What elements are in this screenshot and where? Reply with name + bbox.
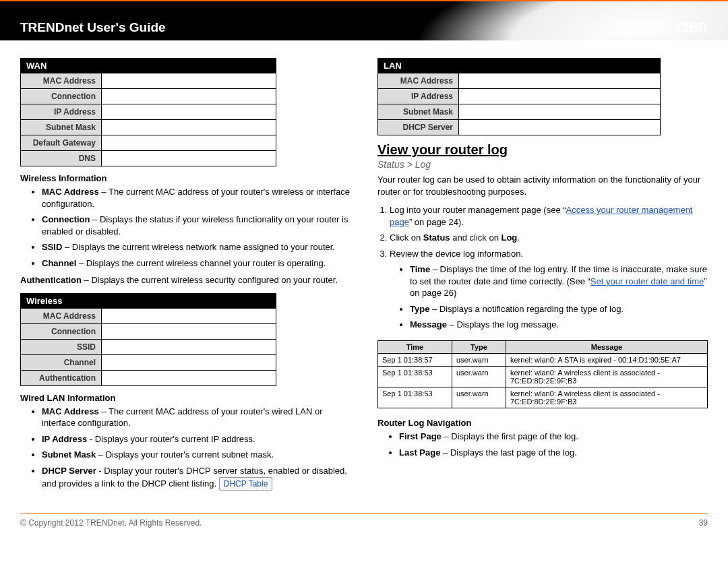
table-row-value [459, 120, 661, 135]
list-item-label: IP Address [42, 434, 87, 444]
log-message: kernel: wlan0: A wireless client is asso… [506, 387, 708, 408]
breadcrumb: Status > Log [377, 159, 708, 170]
auth-text: – Displays the current wireless security… [82, 275, 338, 285]
table-row-label: MAC Address [378, 73, 459, 89]
list-item-text: – Displays the current wireless network … [62, 242, 335, 252]
copyright: © Copyright 2012 TRENDnet. All Rights Re… [20, 518, 202, 528]
list-item-label: Subnet Mask [42, 449, 96, 460]
list-item: Time – Displays the time of the log entr… [410, 263, 708, 299]
list-item-label: MAC Address [42, 187, 99, 197]
table-row-value [459, 89, 661, 104]
table-row-value [102, 151, 276, 166]
wired-info-list: MAC Address – The current MAC address of… [20, 406, 351, 491]
router-log-nav-heading: Router Log Navigation [377, 418, 708, 428]
table-row-value [459, 104, 661, 120]
log-row: Sep 1 01:38:53user.warnkernel: wlan0: A … [378, 387, 708, 408]
intro-text: Your router log can be used to obtain ac… [377, 174, 708, 197]
step-1: Log into your router management page (se… [390, 204, 708, 228]
table-row-value [459, 73, 661, 89]
log-row: Sep 1 01:38:53user.warnkernel: wlan0: A … [378, 367, 708, 387]
list-item-text: – Displays the first page of the log. [442, 431, 578, 441]
list-item-label: DHCP Server [42, 466, 96, 476]
table-section-header: WAN [21, 59, 276, 73]
list-item-text: - Displays your router's current IP addr… [87, 434, 255, 444]
list-item-label: Channel [42, 258, 76, 268]
content: WANMAC AddressConnectionIP AddressSubnet… [0, 40, 728, 503]
table-row-label: Subnet Mask [21, 120, 102, 135]
list-item: Channel – Displays the current wireless … [42, 257, 351, 270]
table-row-label: IP Address [21, 104, 102, 120]
auth-label: Authentication [20, 275, 82, 285]
log-fields-list: Time – Displays the time of the log entr… [377, 263, 708, 331]
table-section-header: Wireless [21, 293, 276, 308]
wireless-info-heading: Wireless Information [20, 173, 351, 183]
log-time: Sep 1 01:38:57 [378, 354, 452, 367]
table-row-value [102, 370, 276, 385]
list-item-label: Type [410, 304, 429, 314]
header-band: TRENDnet User's Guide TEW-712BR [0, 0, 728, 40]
list-item: IP Address - Displays your router's curr… [42, 433, 351, 445]
table-row-label: IP Address [378, 89, 459, 104]
table-section-header: LAN [378, 59, 661, 73]
inline-link[interactable]: Set your router date and time [590, 276, 704, 286]
log-time: Sep 1 01:38:53 [378, 387, 452, 408]
page: TRENDnet User's Guide TEW-712BR WANMAC A… [0, 0, 728, 536]
list-item: Type – Displays a notification regarding… [410, 303, 708, 315]
step-2: Click on Status and click on Log. [390, 232, 708, 244]
router-log-nav-list: First Page – Displays the first page of … [377, 431, 708, 458]
table-row-label: Authentication [21, 370, 102, 385]
log-col-header: Message [506, 341, 708, 354]
left-column: WANMAC AddressConnectionIP AddressSubnet… [20, 58, 351, 496]
list-item-label: MAC Address [42, 406, 99, 416]
table-row-value [102, 73, 276, 89]
table-row-label: DHCP Server [378, 120, 459, 135]
page-number: 39 [699, 518, 708, 528]
table-row-label: Connection [21, 89, 102, 104]
step-1-pre: Log into your router management page (se… [390, 205, 566, 215]
step-1-post: ” on page 24). [409, 217, 464, 227]
wireless-info-list: MAC Address – The current MAC address of… [20, 186, 351, 269]
list-item-text: – Displays the log message. [447, 319, 559, 330]
section-title: View your router log [377, 142, 708, 158]
list-item: MAC Address – The current MAC address of… [42, 186, 351, 210]
log-row: Sep 1 01:38:57user.warnkernel: wlan0: A … [378, 354, 708, 367]
table-row-value [102, 308, 276, 323]
wan-table: WANMAC AddressConnectionIP AddressSubnet… [20, 58, 351, 166]
table-row-value [102, 135, 276, 151]
list-item-text: – Displays the last page of the log. [440, 447, 576, 458]
list-item-label: Connection [42, 214, 90, 224]
list-item-text: – Displays the current wireless channel … [76, 258, 326, 268]
log-col-header: Time [378, 341, 452, 354]
list-item: Message – Displays the log message. [410, 319, 708, 331]
lan-table: LANMAC AddressIP AddressSubnet MaskDHCP … [377, 58, 708, 135]
table-row-label: Default Gateway [21, 135, 102, 151]
list-item-label: Time [410, 264, 430, 274]
list-item: SSID – Displays the current wireless net… [42, 241, 351, 253]
table-row-label: Connection [21, 323, 102, 339]
table-row-value [102, 104, 276, 120]
list-item: DHCP Server - Display your router's DHCP… [42, 465, 351, 491]
list-item: Connection – Displays the status if your… [42, 214, 351, 237]
table-row-label: MAC Address [21, 73, 102, 89]
table-row-value [102, 354, 276, 370]
table-row-label: Channel [21, 354, 102, 370]
list-item: Last Page – Displays the last page of th… [399, 447, 708, 459]
list-item-label: First Page [399, 431, 442, 441]
list-item-label: Last Page [399, 447, 440, 458]
table-row-value [102, 339, 276, 354]
model-number: TEW-712BR [636, 20, 708, 35]
list-item-label: Message [410, 319, 447, 330]
log-col-header: Type [452, 341, 506, 354]
wired-info-heading: Wired LAN Information [20, 393, 351, 403]
dhcp-table-chip[interactable]: DHCP Table [219, 477, 273, 491]
list-item-label: SSID [42, 242, 62, 252]
log-type: user.warn [452, 367, 506, 387]
table-row-label: Subnet Mask [378, 104, 459, 120]
list-item: MAC Address – The current MAC address of… [42, 406, 351, 429]
wireless-table: WirelessMAC AddressConnectionSSIDChannel… [20, 293, 351, 386]
list-item-text: – Displays a notification regarding the … [429, 304, 624, 314]
authentication-line: Authentication – Displays the current wi… [20, 274, 351, 286]
right-column: LANMAC AddressIP AddressSubnet MaskDHCP … [377, 58, 708, 496]
step-3: Review the device log information. [390, 248, 708, 260]
log-message: kernel: wlan0: A STA is expired - 00:14:… [506, 354, 708, 367]
